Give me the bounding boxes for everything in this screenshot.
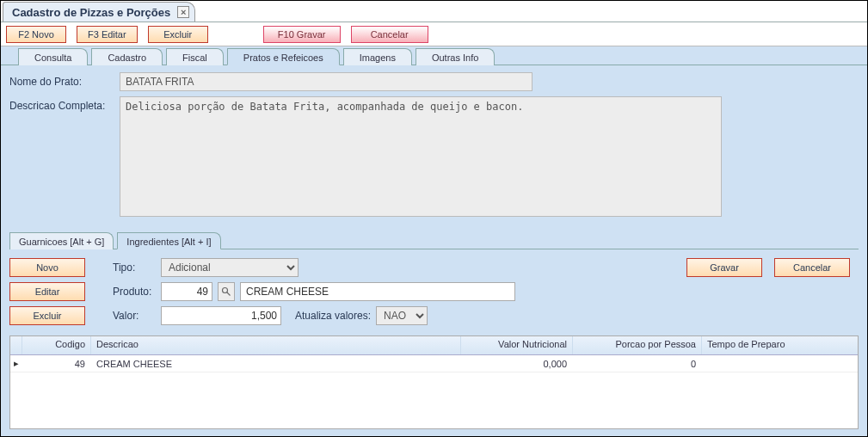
- cell-codigo: 49: [22, 357, 91, 371]
- excluir-button[interactable]: Excluir: [148, 26, 208, 43]
- svg-line-1: [227, 292, 231, 296]
- col-tempo[interactable]: Tempo de Preparo: [702, 336, 831, 354]
- tipo-select[interactable]: Adicional: [161, 258, 299, 277]
- row-indicator-icon: ▸: [10, 358, 22, 369]
- grid-header: Codigo Descricao Valor Nutricional Porca…: [10, 336, 858, 355]
- table-row[interactable]: ▸ 49 CREAM CHEESE 0,000 0: [10, 355, 858, 372]
- ing-editar-button[interactable]: Editar: [9, 282, 85, 301]
- tab-fiscal[interactable]: Fiscal: [166, 48, 224, 65]
- novo-button[interactable]: F2 Novo: [6, 26, 66, 43]
- window-tab-bar: Cadastro de Pizzas e Porções ×: [1, 1, 867, 22]
- cancelar-button[interactable]: Cancelar: [351, 26, 428, 43]
- close-icon[interactable]: ×: [177, 6, 189, 18]
- content-pane: Nome do Prato: Descricao Completa: Delic…: [1, 65, 867, 436]
- grid-body: ▸ 49 CREAM CHEESE 0,000 0: [10, 355, 858, 428]
- tab-imagens[interactable]: Imagens: [343, 48, 412, 65]
- col-valor-nutricional[interactable]: Valor Nutricional: [461, 336, 573, 354]
- col-codigo[interactable]: Codigo: [22, 336, 91, 354]
- ingredientes-grid[interactable]: Codigo Descricao Valor Nutricional Porca…: [9, 335, 859, 429]
- descricao-label: Descricao Completa:: [9, 96, 120, 112]
- nome-prato-input[interactable]: [120, 72, 532, 91]
- descricao-textarea[interactable]: Deliciosa porção de Batata Frita, acompa…: [120, 96, 722, 217]
- tab-ingredientes[interactable]: Ingredientes [Alt + I]: [117, 232, 220, 249]
- search-icon: [221, 286, 231, 297]
- atualiza-select[interactable]: NAO: [376, 306, 428, 325]
- tipo-label: Tipo:: [113, 262, 156, 274]
- produto-label: Produto:: [113, 286, 156, 298]
- ing-cancelar-button[interactable]: Cancelar: [774, 258, 850, 277]
- editar-button[interactable]: F3 Editar: [77, 26, 138, 43]
- ing-excluir-button[interactable]: Excluir: [9, 306, 85, 325]
- ingredientes-panel: Novo Editar Excluir Tipo: Adicional Grav…: [9, 249, 859, 332]
- window-title: Cadastro de Pizzas e Porções: [12, 6, 170, 19]
- valor-label: Valor:: [113, 310, 156, 322]
- sub-tabs: Guarnicoes [Alt + G] Ingredientes [Alt +…: [9, 231, 859, 249]
- window-tab[interactable]: Cadastro de Pizzas e Porções ×: [3, 2, 195, 22]
- col-porcao[interactable]: Porcao por Pessoa: [573, 336, 702, 354]
- produto-lookup-button[interactable]: [218, 282, 235, 301]
- main-tabs: Consulta Cadastro Fiscal Pratos e Refeic…: [1, 46, 867, 65]
- gravar-button[interactable]: F10 Gravar: [263, 26, 341, 43]
- col-descricao[interactable]: Descricao: [91, 336, 461, 354]
- cell-valor-nutricional: 0,000: [461, 357, 573, 371]
- cell-descricao: CREAM CHEESE: [91, 357, 461, 371]
- cell-tempo: [702, 362, 831, 366]
- app-window: Cadastro de Pizzas e Porções × F2 Novo F…: [0, 0, 868, 437]
- produto-code-input[interactable]: [161, 282, 212, 301]
- produto-name-input[interactable]: [240, 282, 515, 301]
- tab-outras[interactable]: Outras Info: [416, 48, 495, 65]
- tab-pratos[interactable]: Pratos e Refeicoes: [227, 48, 340, 65]
- valor-input[interactable]: [161, 306, 281, 325]
- tab-consulta[interactable]: Consulta: [18, 48, 88, 65]
- atualiza-label: Atualiza valores:: [295, 310, 371, 322]
- tab-cadastro[interactable]: Cadastro: [91, 48, 163, 65]
- toolbar: F2 Novo F3 Editar Excluir F10 Gravar Can…: [1, 22, 867, 46]
- cell-porcao: 0: [573, 357, 702, 371]
- ing-gravar-button[interactable]: Gravar: [686, 258, 762, 277]
- svg-point-0: [223, 288, 228, 293]
- tab-guarnicoes[interactable]: Guarnicoes [Alt + G]: [9, 232, 114, 249]
- ing-novo-button[interactable]: Novo: [9, 258, 85, 277]
- nome-prato-label: Nome do Prato:: [9, 72, 120, 88]
